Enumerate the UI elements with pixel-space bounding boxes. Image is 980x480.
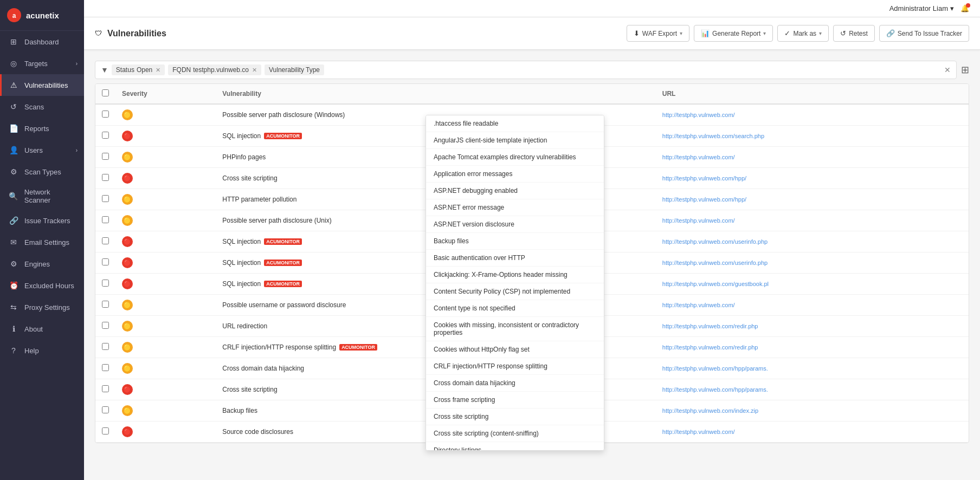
row-checkbox-13[interactable]: [102, 385, 109, 392]
chevron-down-icon: ▾: [680, 30, 682, 36]
sidebar-item-scans[interactable]: ↺ Scans: [0, 96, 84, 118]
dropdown-item[interactable]: Apache Tomcat examples directory vulnera…: [426, 149, 604, 166]
generate-report-button[interactable]: 📊 Generate Report ▾: [694, 25, 773, 42]
vuln-type-filter-label: Vulnerability Type: [269, 66, 320, 74]
send-to-issue-tracker-button[interactable]: 🔗 Send To Issue Tracker: [879, 25, 969, 42]
vulnerability-url[interactable]: http://testphp.vulnweb.com/hpp/params.: [656, 358, 969, 379]
vulnerability-url[interactable]: http://testphp.vulnweb.com/: [656, 210, 969, 231]
dropdown-item[interactable]: Basic authentication over HTTP: [426, 250, 604, 267]
row-checkbox-10[interactable]: [102, 322, 109, 329]
dropdown-item[interactable]: Directory listings: [426, 442, 604, 451]
page-title: Vulnerabilities: [107, 29, 166, 38]
vulnerability-url[interactable]: http://testphp.vulnweb.com/: [656, 421, 969, 443]
vulnerability-url[interactable]: http://testphp.vulnweb.com/redir.php: [656, 337, 969, 358]
acumonitor-badge: ACUMONITOR: [264, 133, 302, 139]
engines-icon: ⚙: [8, 258, 19, 269]
dropdown-item[interactable]: Content type is not specified: [426, 300, 604, 317]
retest-icon: ↺: [840, 29, 846, 37]
dropdown-item[interactable]: Cross site scripting: [426, 408, 604, 425]
vulnerability-url[interactable]: http://testphp.vulnweb.com/guestbook.pl: [656, 274, 969, 295]
dropdown-item[interactable]: Application error messages: [426, 166, 604, 183]
row-checkbox-7[interactable]: [102, 258, 109, 265]
row-checkbox-8[interactable]: [102, 280, 109, 287]
row-checkbox-12[interactable]: [102, 364, 109, 371]
vulnerability-url[interactable]: http://testphp.vulnweb.com/hpp/: [656, 189, 969, 210]
vulnerability-url[interactable]: http://testphp.vulnweb.com/hpp/params.: [656, 379, 969, 400]
sidebar-item-email-settings[interactable]: ✉ Email Settings: [0, 231, 84, 253]
row-checkbox-6[interactable]: [102, 237, 109, 244]
row-checkbox-0[interactable]: [102, 111, 109, 118]
status-filter-close[interactable]: ✕: [156, 67, 160, 74]
dropdown-item[interactable]: Cross domain data hijacking: [426, 375, 604, 392]
fqdn-filter-label: FQDN: [172, 66, 191, 74]
dropdown-item[interactable]: Cookies without HttpOnly flag set: [426, 341, 604, 358]
dropdown-item[interactable]: AngularJS client-side template injection: [426, 132, 604, 149]
dropdown-item[interactable]: Clickjacking: X-Frame-Options header mis…: [426, 267, 604, 283]
waf-export-button[interactable]: ⬇ WAF Export ▾: [627, 25, 689, 42]
fqdn-filter-close[interactable]: ✕: [252, 67, 257, 74]
sidebar-item-vulnerabilities[interactable]: ⚠ Vulnerabilities: [0, 74, 84, 96]
vulnerability-url[interactable]: http://testphp.vulnweb.com/: [656, 147, 969, 168]
mark-as-label: Mark as: [793, 30, 816, 37]
row-checkbox-4[interactable]: [102, 195, 109, 202]
row-checkbox-11[interactable]: [102, 343, 109, 350]
sidebar-item-help[interactable]: ? Help: [0, 340, 84, 361]
vulnerabilities-icon: 🛡: [95, 29, 102, 37]
sidebar-item-reports[interactable]: 📄 Reports: [0, 118, 84, 139]
sidebar-item-scan-types[interactable]: ⚙ Scan Types: [0, 161, 84, 183]
sidebar-item-dashboard[interactable]: ⊞ Dashboard: [0, 31, 84, 53]
row-checkbox-9[interactable]: [102, 301, 109, 308]
sidebar-item-targets[interactable]: ◎ Targets ›: [0, 53, 84, 74]
sidebar-item-proxy-settings[interactable]: ⇆ Proxy Settings: [0, 296, 84, 318]
dropdown-item[interactable]: Cross site scripting (content-sniffing): [426, 425, 604, 442]
dropdown-item[interactable]: Cookies with missing, inconsistent or co…: [426, 317, 604, 341]
row-checkbox-3[interactable]: [102, 174, 109, 181]
acunetix-logo-icon: a: [7, 8, 22, 23]
sidebar-item-network-scanner[interactable]: 🔍 Network Scanner: [0, 183, 84, 210]
vulnerability-url[interactable]: http://testphp.vulnweb.com/search.php: [656, 126, 969, 147]
sidebar-item-label: Engines: [24, 260, 50, 268]
sidebar-item-excluded-hours[interactable]: ⏰ Excluded Hours: [0, 275, 84, 296]
dropdown-item[interactable]: ASP.NET debugging enabled: [426, 183, 604, 199]
dropdown-item[interactable]: ASP.NET version disclosure: [426, 216, 604, 233]
severity-badge: 🟡: [122, 194, 133, 205]
filter-clear-button[interactable]: ✕: [944, 66, 951, 74]
sidebar-item-engines[interactable]: ⚙ Engines: [0, 253, 84, 275]
vulnerability-url[interactable]: http://testphp.vulnweb.com/userinfo.php: [656, 231, 969, 252]
severity-badge: 🔴: [122, 236, 133, 247]
status-filter-tag[interactable]: Status Open ✕: [112, 64, 165, 75]
dropdown-item[interactable]: ASP.NET error message: [426, 199, 604, 216]
vulnerability-url[interactable]: http://testphp.vulnweb.com/: [656, 104, 969, 126]
retest-button[interactable]: ↺ Retest: [833, 25, 875, 42]
vuln-type-filter-tag[interactable]: Vulnerability Type: [265, 64, 324, 75]
dropdown-item[interactable]: Backup files: [426, 233, 604, 250]
dropdown-item[interactable]: CRLF injection/HTTP response splitting: [426, 358, 604, 375]
dropdown-item[interactable]: .htaccess file readable: [426, 115, 604, 132]
row-checkbox-5[interactable]: [102, 216, 109, 223]
row-checkbox-2[interactable]: [102, 153, 109, 160]
column-toggle-button[interactable]: ⊞: [961, 64, 969, 76]
vulnerability-url[interactable]: http://testphp.vulnweb.com/redir.php: [656, 316, 969, 337]
sidebar-item-label: Excluded Hours: [24, 282, 74, 290]
notifications-button[interactable]: 🔔: [960, 4, 969, 12]
vulnerability-url[interactable]: http://testphp.vulnweb.com/: [656, 295, 969, 316]
mark-as-button[interactable]: ✓ Mark as ▾: [777, 25, 829, 42]
sidebar-item-label: Help: [24, 347, 39, 355]
vulnerability-url[interactable]: http://testphp.vulnweb.com/userinfo.php: [656, 252, 969, 274]
vulnerability-url[interactable]: http://testphp.vulnweb.com/hpp/: [656, 168, 969, 189]
row-checkbox-14[interactable]: [102, 406, 109, 413]
fqdn-filter-tag[interactable]: FQDN testphp.vulnweb.co ✕: [168, 64, 261, 75]
sidebar-item-about[interactable]: ℹ About: [0, 318, 84, 340]
vuln-type-filter-input[interactable]: [327, 66, 409, 74]
select-all-checkbox[interactable]: [102, 89, 109, 96]
row-checkbox-15[interactable]: [102, 427, 109, 434]
fqdn-filter-value: testphp.vulnweb.co: [193, 66, 249, 74]
admin-user-menu[interactable]: Administrator Liam ▾: [889, 4, 954, 12]
dropdown-item[interactable]: Cross frame scripting: [426, 392, 604, 408]
vulnerability-url[interactable]: http://testphp.vulnweb.com/index.zip: [656, 400, 969, 421]
row-checkbox-1[interactable]: [102, 132, 109, 139]
sidebar-item-users[interactable]: 👤 Users ›: [0, 139, 84, 161]
waf-export-label: WAF Export: [642, 30, 677, 37]
sidebar-item-issue-trackers[interactable]: 🔗 Issue Trackers: [0, 210, 84, 231]
dropdown-item[interactable]: Content Security Policy (CSP) not implem…: [426, 283, 604, 300]
